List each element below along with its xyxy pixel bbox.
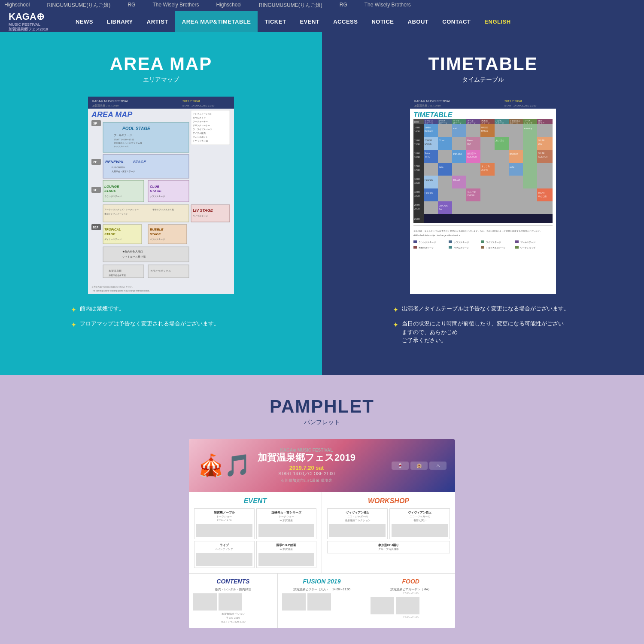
nav-item-about[interactable]: ABOUT [401,11,436,32]
svg-text:SOLAR: SOLAR [538,192,545,194]
svg-text:りんご娘: りんご娘 [467,191,476,193]
svg-text:2F: 2F [93,160,97,164]
nav-item-notice[interactable]: NOTICE [365,11,401,32]
svg-text:バブルステージ: バブルステージ [453,246,469,249]
svg-text:ショップ: ショップ [524,122,533,124]
svg-rect-237 [413,246,417,249]
svg-text:エリルストア: エリルストア [193,116,206,119]
svg-text:加賀市総合体育館: 加賀市総合体育館 [109,274,126,276]
svg-rect-226 [413,225,553,226]
svg-text:19:30: 19:30 [414,194,420,197]
svg-rect-138 [523,137,537,150]
area-map-note-text-1: 館内は禁煙です。 [80,304,125,313]
pamphlet-event-items: 加賀農ノーブル トークショー 1700〜19:00 塩嶋モカ・前シリーズ トーク… [194,508,316,568]
svg-text:20:30: 20:30 [414,207,420,210]
site-logo[interactable]: KAGA⊕ MUSIC FESTIVAL加賀温泉郷フェス2019 [0,9,69,34]
pamphlet-bottom: CONTENTS 販売・レンタル・館内録音 加賀市協会ビジョン 〒922-231… [189,573,455,628]
svg-text:アーティストグッズ・トークショー: アーティストグッズ・トークショー [104,208,139,211]
svg-rect-119 [523,124,537,137]
nav-item-news[interactable]: NEWS [69,11,100,32]
marquee-item: RG [340,2,347,9]
pamphlet-logo-info: KAGA⊕ MUSIC FESTIVAL 加賀温泉郷フェス2019 2019.7… [258,448,355,483]
svg-text:LIV STAGE: LIV STAGE [193,208,213,213]
pamphlet-fusion-title: FUSION 2019 [282,578,362,585]
svg-rect-231 [449,240,452,243]
nav-item-ticket[interactable]: TICKET [258,11,293,32]
pamphlet-mascots: 🎪🎵 [197,455,251,476]
pamphlet-food-text: 加賀温泉ビアガーデン（MA） 17:00〜21:00 12:00〜21:00 [371,587,451,620]
pamphlet-image[interactable]: 🎪🎵 KAGA⊕ MUSIC FESTIVAL 加賀温泉郷フェス2019 201… [189,439,455,628]
nav-item-artist[interactable]: ARTIST [140,11,175,32]
nav-item-contact[interactable]: CONTACT [435,11,477,32]
svg-text:ZOMBIE: ZOMBIE [425,140,432,142]
svg-text:MASAE: MASAE [481,130,488,132]
svg-text:16:00: 16:00 [414,152,420,155]
pamphlet-food-title: FOOD [371,578,451,585]
svg-text:アイテム販売: アイテム販売 [193,132,206,134]
svg-rect-195 [424,188,438,201]
svg-rect-174 [509,163,523,176]
pamphlet-event-item-4: 展示P.O.P.絵画 in 加賀温泉 [256,541,317,568]
svg-text:インフォメーション: インフォメーション [193,112,212,115]
svg-text:フォトスポット: フォトスポット [193,136,208,138]
svg-rect-191 [537,176,553,188]
star-icon-1: ✦ [71,305,76,315]
svg-rect-197 [438,188,452,201]
svg-rect-165 [424,163,438,176]
svg-rect-128 [438,137,452,150]
svg-text:シャトルバス乗り場: シャトルバス乗り場 [122,255,146,258]
pamphlet-workshop-col: WORKSHOP ヴィヴィアン性と ニコ・ジャガーの 温泉服飾コレクション ヴィ… [322,492,455,573]
svg-text:ステージ: ステージ [467,122,476,124]
svg-rect-184 [452,176,466,188]
svg-text:Mason: Mason [467,140,473,142]
nav-item-event[interactable]: EVENT [293,11,326,32]
svg-rect-166 [438,163,452,176]
svg-text:JORCRU: JORCRU [467,194,475,197]
svg-rect-177 [537,163,553,176]
svg-text:ラウンジステージ: ラウンジステージ [104,195,122,197]
svg-rect-117 [495,124,509,137]
svg-text:プールステージ: プールステージ [114,134,132,137]
svg-text:大展示会・展示ステージ: 大展示会・展示ステージ [112,170,135,173]
timetable-image[interactable]: KAGA⊕ MUSIC FESTIVAL 加賀温泉郷フェス2019 2019.7… [410,97,556,294]
svg-rect-225 [424,214,553,223]
svg-text:ステージ: ステージ [425,122,433,124]
svg-text:ダイナーステージ: ダイナーステージ [104,238,122,240]
svg-text:ドリンクコーナー: ドリンクコーナー [193,124,210,127]
pamphlet-body: EVENT 加賀農ノーブル トークショー 1700〜19:00 塩嶋モカ・前シリ… [189,492,455,573]
pamphlet-food-col: FOOD 加賀温泉ビアガーデン（MA） 17:00〜21:00 12:00〜21… [366,574,455,628]
area-map-note-2: ✦ フロアマップは予告なく変更される場合がございます。 [71,319,251,330]
svg-text:RODROD: RODROD [510,153,519,155]
svg-text:ワークショップ: ワークショップ [520,246,536,249]
svg-text:※大きな図や詳細は係員にお尋ねください。: ※大きな図や詳細は係員にお尋ねください。 [91,286,134,288]
svg-rect-187 [480,176,495,188]
svg-rect-110 [438,124,452,137]
star-icon-2: ✦ [71,320,76,330]
svg-rect-137 [509,137,523,150]
area-map-image[interactable]: KAGA⊕ MUSIC FESTIVAL 加賀温泉郷フェス2019 2019.7… [88,97,234,294]
nav-item-access[interactable]: ACCESS [326,11,365,32]
svg-text:START 14:00/CLOSE 21:00: START 14:00/CLOSE 21:00 [504,104,537,107]
nav-item-library[interactable]: LIBRARY [100,11,140,32]
pamphlet-event-img-1 [196,524,252,537]
svg-text:STAGE: STAGE [150,189,162,193]
svg-text:ISOLATOR: ISOLATOR [538,156,548,158]
svg-text:キッズスペース: キッズスペース [114,145,129,148]
pamphlet-header: 🎪🎵 KAGA⊕ MUSIC FESTIVAL 加賀温泉郷フェス2019 201… [189,439,455,492]
svg-rect-186 [466,176,480,188]
svg-text:加賀温泉駅: 加賀温泉駅 [109,270,122,273]
pamphlet-ws-item-3: 参加型DPJ踊り グループ写真撮影 [327,541,450,553]
pamphlet-contents-img-2 [219,593,242,611]
pamphlet-workshop-items: ヴィヴィアン性と ニコ・ジャガーの 温泉服飾コレクション ヴィヴィアン性と ニコ… [327,508,450,553]
svg-text:STAGE: STAGE [104,189,116,193]
svg-text:BUBBLE: BUBBLE [150,228,164,231]
svg-text:あかね: あかね [481,169,488,171]
pamphlet-date: 2019.7.20 sat [258,465,355,471]
svg-rect-239 [449,246,452,249]
nav-item-area-map-timetable[interactable]: AREA MAP&TIMETABLE [175,11,258,32]
nav-item-english[interactable]: ENGLISH [477,11,517,32]
svg-rect-205 [523,188,537,201]
svg-text:start: start [453,128,457,130]
marquee-item: RINGUMUSUME(りんご娘) [47,2,110,9]
marquee-item: Highschool [4,2,30,9]
